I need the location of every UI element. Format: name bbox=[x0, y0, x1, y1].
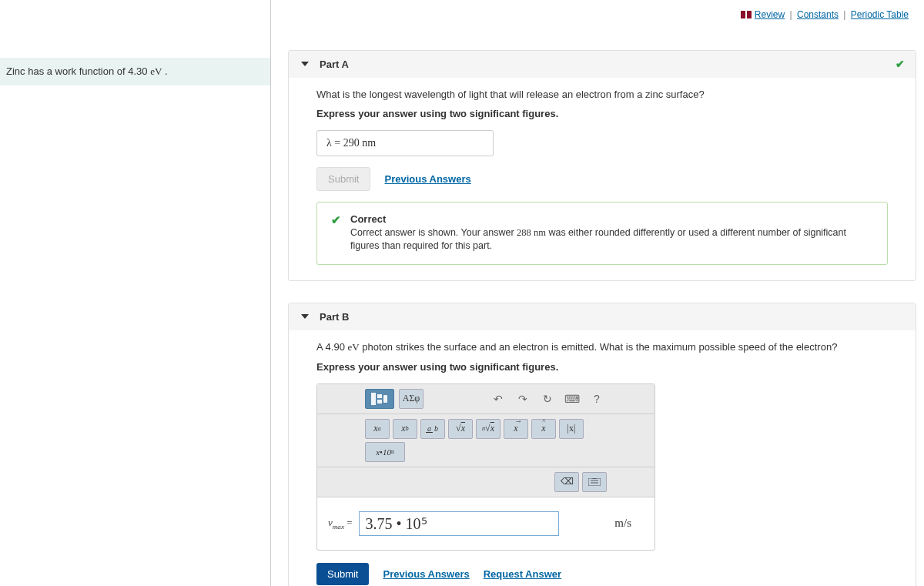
answer-variable: vmax = bbox=[328, 517, 353, 531]
subscript-button[interactable]: xb bbox=[393, 419, 417, 439]
answer-input[interactable]: 3.75 • 10⁵ bbox=[359, 511, 559, 536]
review-link[interactable]: Review bbox=[755, 9, 785, 20]
vector-button[interactable]: x→ bbox=[504, 419, 528, 439]
problem-statement: Zinc has a work function of 4.30 eV . bbox=[0, 58, 270, 85]
svg-rect-6 bbox=[588, 478, 601, 486]
problem-text-pre: Zinc has a work function of 4.30 bbox=[6, 65, 150, 77]
equation-editor: ΑΣφ ↶ ↷ ↻ ⌨ ? xa xb ab √x n√x x→ bbox=[316, 383, 655, 551]
part-b-instruction: Express your answer using two significan… bbox=[316, 361, 888, 373]
svg-rect-4 bbox=[377, 400, 382, 404]
answer-value: 290 bbox=[343, 137, 360, 149]
reset-icon[interactable]: ↻ bbox=[537, 390, 557, 407]
superscript-button[interactable]: xa bbox=[365, 419, 390, 439]
feedback-text: Correct answer is shown. Your answer 288… bbox=[350, 226, 873, 253]
svg-rect-0 bbox=[741, 11, 745, 18]
top-links: Review | Constants | Periodic Table bbox=[288, 9, 916, 21]
part-a-question: What is the longest wavelength of light … bbox=[316, 89, 888, 100]
check-icon: ✔ bbox=[331, 213, 341, 253]
part-b-question: A 4.90 eV photon strikes the surface and… bbox=[316, 341, 888, 353]
check-icon: ✔ bbox=[896, 58, 905, 70]
template-mode-button[interactable] bbox=[365, 389, 394, 409]
keyboard-icon[interactable]: ⌨ bbox=[562, 390, 582, 407]
caret-down-icon[interactable] bbox=[301, 314, 309, 319]
request-answer-link[interactable]: Request Answer bbox=[484, 568, 561, 580]
part-b-header: Part B bbox=[289, 303, 916, 330]
help-icon[interactable]: ? bbox=[587, 390, 607, 407]
feedback-correct: ✔ Correct Correct answer is shown. Your … bbox=[316, 202, 888, 265]
part-a-instruction: Express your answer using two significan… bbox=[316, 108, 888, 119]
part-b-title: Part B bbox=[320, 311, 349, 323]
part-a-title: Part A bbox=[320, 59, 349, 70]
part-b-box: Part B A 4.90 eV photon strikes the surf… bbox=[288, 303, 916, 586]
svg-rect-2 bbox=[371, 393, 376, 405]
sci-notation-button[interactable]: x•10n bbox=[365, 442, 405, 462]
separator: | bbox=[843, 9, 845, 20]
book-icon bbox=[741, 10, 752, 21]
problem-text-post: . bbox=[162, 65, 167, 77]
previous-answers-link[interactable]: Previous Answers bbox=[384, 173, 470, 185]
abs-button[interactable]: |x| bbox=[559, 419, 584, 439]
svg-rect-1 bbox=[747, 11, 752, 18]
feedback-title: Correct bbox=[350, 213, 873, 225]
answer-unit: m/s bbox=[614, 517, 644, 530]
part-a-box: Part A ✔ What is the longest wavelength … bbox=[288, 50, 916, 281]
keyboard-small-icon[interactable] bbox=[582, 472, 607, 492]
answer-symbol: λ = bbox=[326, 137, 343, 149]
hat-button[interactable]: x^ bbox=[531, 419, 556, 439]
nth-root-button[interactable]: n√x bbox=[476, 419, 500, 439]
svg-marker-9 bbox=[592, 478, 597, 479]
part-a-header: Part A ✔ bbox=[289, 51, 916, 78]
previous-answers-link[interactable]: Previous Answers bbox=[383, 568, 469, 580]
constants-link[interactable]: Constants bbox=[797, 9, 839, 20]
periodic-table-link[interactable]: Periodic Table bbox=[851, 9, 909, 20]
fraction-button[interactable]: ab bbox=[420, 419, 445, 439]
backspace-icon[interactable]: ⌫ bbox=[554, 472, 579, 492]
undo-icon[interactable]: ↶ bbox=[488, 390, 508, 407]
sqrt-button[interactable]: √x bbox=[448, 419, 473, 439]
svg-rect-3 bbox=[377, 394, 382, 398]
part-a-answer: λ = 290 nm bbox=[316, 130, 494, 156]
caret-down-icon[interactable] bbox=[301, 62, 309, 66]
submit-button[interactable]: Submit bbox=[316, 563, 369, 585]
submit-button: Submit bbox=[316, 167, 370, 191]
problem-unit: eV bbox=[150, 65, 162, 77]
answer-unit: nm bbox=[360, 137, 376, 149]
redo-icon[interactable]: ↷ bbox=[513, 390, 533, 407]
svg-rect-5 bbox=[383, 395, 387, 403]
greek-button[interactable]: ΑΣφ bbox=[399, 389, 424, 409]
separator: | bbox=[790, 9, 792, 20]
